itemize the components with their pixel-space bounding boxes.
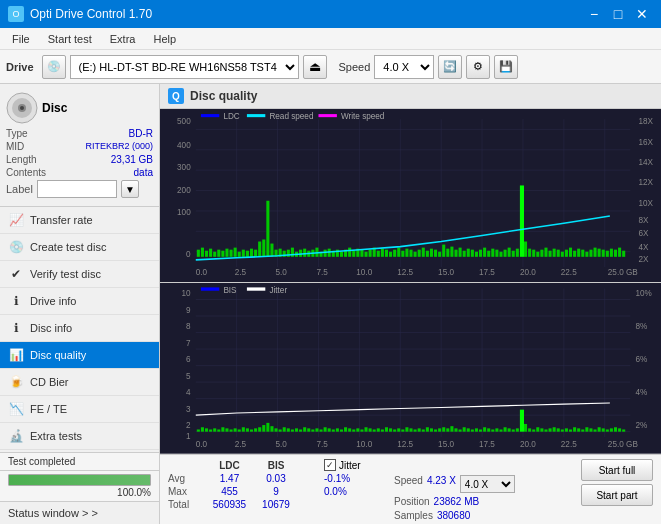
drive-icon-btn: 💿 <box>42 55 66 79</box>
svg-rect-263 <box>434 430 437 432</box>
svg-rect-297 <box>573 428 576 432</box>
disc-section: Disc Type BD-R MID RITEKBR2 (000) Length… <box>0 84 159 207</box>
svg-text:4X: 4X <box>639 243 650 252</box>
status-text: Test completed <box>8 456 75 467</box>
speed-select[interactable]: 4.0 X <box>374 55 434 79</box>
maximize-button[interactable]: □ <box>607 4 629 24</box>
disc-label-label: Label <box>6 183 33 195</box>
svg-rect-289 <box>540 429 543 432</box>
svg-text:Jitter: Jitter <box>269 285 287 295</box>
speed-stat-select[interactable]: 4.0 X <box>460 475 515 493</box>
svg-rect-272 <box>471 430 474 432</box>
sidebar: Disc Type BD-R MID RITEKBR2 (000) Length… <box>0 84 160 524</box>
svg-text:2: 2 <box>186 420 191 430</box>
svg-text:20.0: 20.0 <box>520 268 536 277</box>
svg-rect-151 <box>618 248 621 257</box>
svg-rect-117 <box>479 250 482 257</box>
menu-help[interactable]: Help <box>145 31 184 47</box>
refresh-button[interactable]: 🔄 <box>438 55 462 79</box>
svg-rect-239 <box>336 429 339 432</box>
stats-bar: LDC BIS ✓ Jitter Avg 1.47 0.03 -0.1% <box>160 454 661 524</box>
close-button[interactable]: ✕ <box>631 4 653 24</box>
svg-text:500: 500 <box>177 117 191 126</box>
menu-extra[interactable]: Extra <box>102 31 144 47</box>
svg-rect-89 <box>364 252 367 257</box>
svg-rect-155 <box>247 114 265 117</box>
samples-value: 380680 <box>437 510 470 521</box>
svg-rect-147 <box>602 250 605 257</box>
svg-text:10.0: 10.0 <box>356 439 372 449</box>
start-full-button[interactable]: Start full <box>581 459 653 481</box>
content-area: Q Disc quality <box>160 84 661 524</box>
save-button[interactable]: 💾 <box>494 55 518 79</box>
svg-rect-132 <box>540 250 543 257</box>
svg-text:BIS: BIS <box>223 285 237 295</box>
extra-tests-icon: 🔬 <box>8 428 24 444</box>
disc-label-input[interactable] <box>37 180 117 198</box>
svg-rect-63 <box>258 242 261 257</box>
svg-text:1: 1 <box>186 431 191 441</box>
sidebar-item-transfer-rate[interactable]: 📈 Transfer rate <box>0 207 159 234</box>
svg-rect-243 <box>352 430 355 432</box>
svg-point-3 <box>20 106 24 110</box>
extra-tests-label: Extra tests <box>30 430 82 442</box>
svg-rect-286 <box>528 429 531 432</box>
svg-rect-225 <box>279 430 282 432</box>
stat-max-label: Max <box>168 486 203 497</box>
svg-rect-94 <box>385 250 388 257</box>
cd-bier-icon: 🍺 <box>8 374 24 390</box>
disc-label-btn[interactable]: ▼ <box>121 180 139 198</box>
svg-rect-141 <box>577 249 580 257</box>
svg-rect-245 <box>360 430 363 432</box>
svg-text:300: 300 <box>177 163 191 172</box>
sidebar-item-create-test-disc[interactable]: 💿 Create test disc <box>0 234 159 261</box>
sidebar-item-extra-tests[interactable]: 🔬 Extra tests <box>0 423 159 450</box>
stat-total-ldc: 560935 <box>207 499 252 510</box>
sidebar-item-disc-quality[interactable]: 📊 Disc quality <box>0 342 159 369</box>
svg-text:17.5: 17.5 <box>479 268 495 277</box>
jitter-checkbox[interactable]: ✓ <box>324 459 336 471</box>
disc-type-row: Type BD-R <box>6 128 153 139</box>
svg-rect-134 <box>549 251 552 257</box>
svg-text:9: 9 <box>186 305 191 315</box>
transfer-rate-label: Transfer rate <box>30 214 93 226</box>
svg-text:22.5: 22.5 <box>561 268 577 277</box>
svg-text:25.0 GB: 25.0 GB <box>608 439 638 449</box>
disc-quality-label: Disc quality <box>30 349 86 361</box>
svg-rect-256 <box>405 428 408 432</box>
start-part-button[interactable]: Start part <box>581 484 653 506</box>
sidebar-item-cd-bier[interactable]: 🍺 CD Bier <box>0 369 159 396</box>
menu-file[interactable]: File <box>4 31 38 47</box>
svg-rect-241 <box>344 428 347 432</box>
svg-text:14X: 14X <box>639 158 654 167</box>
svg-rect-218 <box>250 430 253 432</box>
svg-rect-274 <box>479 430 482 432</box>
minimize-button[interactable]: − <box>583 4 605 24</box>
svg-rect-264 <box>438 429 441 432</box>
sidebar-item-disc-info[interactable]: ℹ Disc info <box>0 315 159 342</box>
speed-stat-value: 4.23 X <box>427 475 456 493</box>
status-window-button[interactable]: Status window > > <box>0 501 159 524</box>
svg-rect-290 <box>544 430 547 432</box>
svg-rect-120 <box>491 249 494 257</box>
menu-start-test[interactable]: Start test <box>40 31 100 47</box>
sidebar-item-fe-te[interactable]: 📉 FE / TE <box>0 396 159 423</box>
sidebar-item-verify-test-disc[interactable]: ✔ Verify test disc <box>0 261 159 288</box>
svg-rect-211 <box>221 428 224 432</box>
jitter-check: ✓ Jitter <box>324 459 374 471</box>
settings-button[interactable]: ⚙ <box>466 55 490 79</box>
svg-text:10: 10 <box>182 288 191 298</box>
stat-bis-header: BIS <box>256 460 296 471</box>
sidebar-item-drive-info[interactable]: ℹ Drive info <box>0 288 159 315</box>
svg-rect-206 <box>201 428 204 432</box>
drive-select[interactable]: (E:) HL-DT-ST BD-RE WH16NS58 TST4 <box>70 55 299 79</box>
svg-rect-122 <box>499 252 502 257</box>
svg-rect-232 <box>307 429 310 432</box>
svg-rect-103 <box>422 248 425 257</box>
disc-mid-value: RITEKBR2 (000) <box>85 141 153 152</box>
eject-button[interactable]: ⏏ <box>303 55 327 79</box>
position-value: 23862 MB <box>434 496 480 507</box>
menu-bar: File Start test Extra Help <box>0 28 661 50</box>
svg-rect-258 <box>414 430 417 432</box>
app-icon: O <box>8 6 24 22</box>
